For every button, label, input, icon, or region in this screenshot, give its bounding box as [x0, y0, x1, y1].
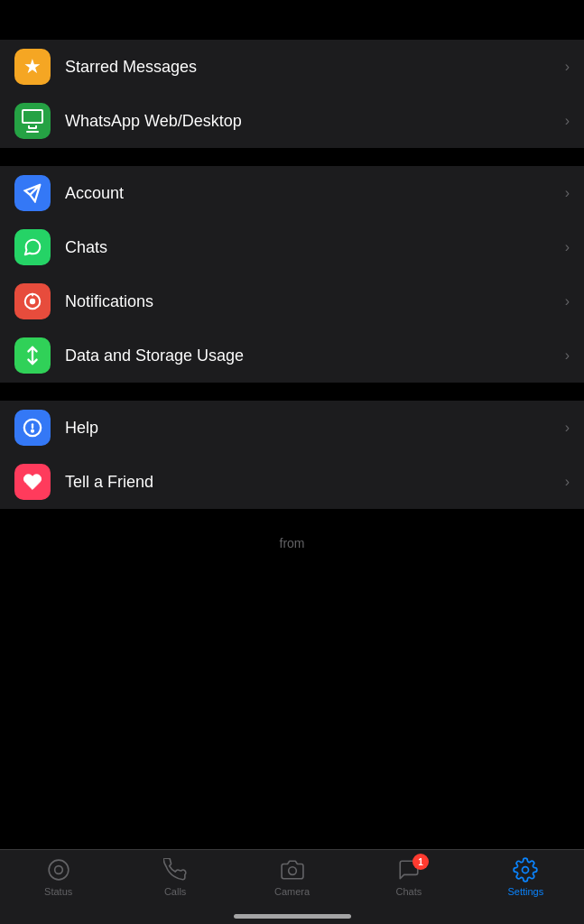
home-indicator [234, 914, 351, 919]
data-storage-item[interactable]: Data and Storage Usage › [0, 328, 584, 383]
account-item[interactable]: Account › [0, 166, 584, 220]
tab-settings[interactable]: Settings [468, 857, 584, 897]
gap-1 [0, 148, 584, 166]
tab-chats[interactable]: 1 Chats [350, 857, 467, 897]
help-label: Help [65, 419, 558, 438]
tab-camera[interactable]: Camera [234, 857, 350, 897]
chats-icon [14, 229, 51, 265]
starred-messages-item[interactable]: ★ Starred Messages › [0, 40, 584, 94]
chevron-icon: › [565, 293, 570, 310]
tell-friend-item[interactable]: Tell a Friend › [0, 455, 584, 509]
chats-badge: 1 [413, 854, 429, 870]
chats-tab-label: Chats [396, 886, 422, 897]
from-text: from [0, 527, 584, 558]
settings-label: Settings [507, 886, 543, 897]
chevron-icon: › [565, 474, 570, 490]
help-item[interactable]: Help › [0, 401, 584, 455]
tab-bar: Status Calls Camera 1 Chats [0, 849, 584, 924]
chats-label: Chats [65, 238, 558, 257]
tab-status[interactable]: Status [0, 857, 116, 897]
chats-item[interactable]: Chats › [0, 220, 584, 274]
notifications-icon [14, 283, 51, 319]
section-2: Account › Chats › Notifications › [0, 166, 584, 383]
chevron-icon: › [565, 239, 570, 255]
svg-point-9 [288, 867, 296, 875]
chevron-icon: › [565, 59, 570, 75]
data-storage-label: Data and Storage Usage [65, 346, 558, 365]
tell-friend-label: Tell a Friend [65, 473, 558, 492]
tell-friend-icon [14, 464, 51, 500]
account-label: Account [65, 184, 558, 203]
whatsapp-web-icon [14, 103, 51, 139]
chevron-icon: › [565, 113, 570, 129]
svg-point-6 [32, 430, 33, 432]
camera-label: Camera [274, 886, 310, 897]
data-storage-icon [14, 337, 51, 374]
settings-icon [513, 857, 538, 882]
account-icon [14, 175, 51, 211]
status-icon [46, 857, 71, 882]
svg-point-1 [30, 299, 35, 304]
tab-calls[interactable]: Calls [116, 857, 233, 897]
camera-icon [280, 857, 305, 882]
bottom-gap [0, 509, 584, 527]
svg-point-7 [49, 860, 69, 880]
gap-2 [0, 383, 584, 401]
section-3: Help › Tell a Friend › [0, 401, 584, 509]
svg-point-8 [54, 866, 62, 874]
starred-messages-label: Starred Messages [65, 58, 558, 77]
chevron-icon: › [565, 185, 570, 201]
whatsapp-web-label: WhatsApp Web/Desktop [65, 112, 558, 131]
whatsapp-web-item[interactable]: WhatsApp Web/Desktop › [0, 94, 584, 148]
svg-point-10 [523, 867, 529, 873]
calls-label: Calls [164, 886, 186, 897]
notifications-item[interactable]: Notifications › [0, 274, 584, 328]
top-bar [0, 0, 584, 40]
calls-icon [162, 857, 188, 882]
starred-messages-icon: ★ [14, 49, 51, 85]
status-label: Status [44, 886, 72, 897]
chats-tab-icon: 1 [396, 857, 422, 882]
help-icon [14, 410, 51, 446]
chevron-icon: › [565, 420, 570, 436]
chevron-icon: › [565, 347, 570, 364]
section-1: ★ Starred Messages › WhatsApp Web/Deskto… [0, 40, 584, 148]
notifications-label: Notifications [65, 292, 558, 311]
settings-list: ★ Starred Messages › WhatsApp Web/Deskto… [0, 40, 584, 558]
